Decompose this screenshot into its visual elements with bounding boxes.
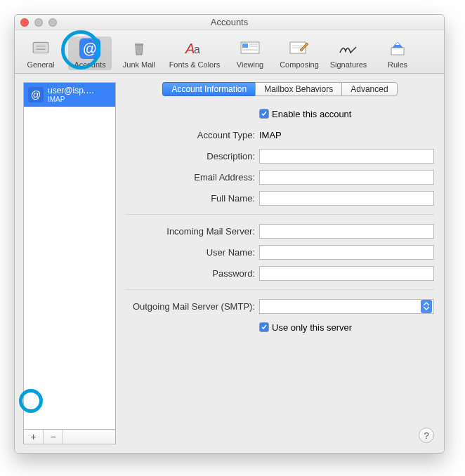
accounts-listbox[interactable]: @ user@isp.… IMAP (23, 82, 116, 429)
minimize-button[interactable] (34, 18, 43, 27)
toolbar-item-junk[interactable]: Junk Mail (117, 37, 161, 70)
form: Enable this account Account Type: IMAP D… (124, 105, 435, 444)
svg-rect-14 (391, 48, 404, 55)
toolbar-item-viewing[interactable]: Viewing (228, 37, 272, 70)
toolbar-item-signatures[interactable]: Signatures (327, 37, 370, 70)
signature-icon (336, 38, 360, 59)
enable-account-checkbox[interactable] (259, 109, 269, 119)
remove-account-button[interactable]: − (44, 430, 63, 444)
label: General (27, 60, 54, 69)
password-input[interactable] (259, 266, 434, 281)
outgoing-server-select[interactable] (259, 299, 434, 314)
toolbar-item-fonts[interactable]: Aa Fonts & Colors (166, 37, 223, 70)
fullname-label: Full Name: (126, 193, 259, 204)
label: Composing (280, 60, 319, 69)
account-row[interactable]: @ user@isp.… IMAP (24, 83, 115, 107)
tab-advanced[interactable]: Advanced (341, 82, 397, 96)
at-badge-icon: @ (28, 87, 44, 103)
help-button[interactable]: ? (419, 428, 434, 443)
accounts-list: @ user@isp.… IMAP + − (23, 82, 116, 444)
label: Fonts & Colors (169, 60, 221, 69)
preferences-window: Accounts General @ Accounts Junk Mail Aa (14, 14, 445, 454)
close-button[interactable] (20, 18, 29, 27)
label: Rules (388, 60, 407, 69)
zoom-button[interactable] (48, 18, 57, 27)
fullname-input[interactable] (259, 191, 434, 206)
account-type-label: Account Type: (126, 130, 259, 140)
toolbar-item-accounts[interactable]: @ Accounts (68, 37, 112, 70)
toolbar: General @ Accounts Junk Mail Aa Fonts & … (15, 30, 444, 74)
label: Junk Mail (123, 60, 155, 69)
use-only-server-checkbox[interactable] (259, 322, 269, 332)
incoming-label: Incoming Mail Server: (126, 226, 259, 237)
svg-rect-7 (242, 44, 248, 48)
select-arrows-icon (421, 300, 432, 313)
svg-rect-0 (33, 42, 48, 53)
incoming-input[interactable] (259, 224, 434, 239)
window-title: Accounts (15, 17, 444, 27)
tab-mailbox-behaviors[interactable]: Mailbox Behaviors (255, 82, 341, 96)
label: Accounts (74, 60, 105, 69)
trash-icon (127, 38, 151, 59)
svg-rect-3 (135, 44, 143, 45)
titlebar: Accounts (15, 15, 444, 30)
compose-icon (287, 38, 311, 59)
toolbar-item-general[interactable]: General (19, 37, 63, 70)
tab-group: Account Information Mailbox Behaviors Ad… (124, 82, 435, 96)
use-only-server-label: Use only this server (272, 322, 352, 333)
outgoing-label: Outgoing Mail Server (SMTP): (126, 301, 259, 312)
toolbar-item-composing[interactable]: Composing (277, 37, 321, 70)
enable-account-label: Enable this account (272, 109, 351, 119)
at-icon: @ (78, 38, 102, 59)
add-account-button[interactable]: + (24, 430, 44, 444)
account-detail-panel: Account Information Mailbox Behaviors Ad… (124, 82, 435, 444)
gear-icon (29, 38, 53, 59)
account-type-value: IMAP (259, 130, 282, 140)
email-label: Email Address: (126, 172, 259, 183)
rules-icon (386, 38, 410, 59)
account-type: IMAP (48, 95, 94, 103)
svg-text:a: a (194, 44, 200, 55)
fonts-icon: Aa (183, 38, 207, 59)
account-name: user@isp.… (48, 86, 94, 95)
username-label: User Name: (126, 247, 259, 258)
description-input[interactable] (259, 149, 434, 164)
toolbar-item-rules[interactable]: Rules (376, 37, 419, 70)
label: Viewing (237, 60, 263, 69)
email-input[interactable] (259, 170, 434, 185)
viewing-icon (238, 38, 262, 59)
username-input[interactable] (259, 245, 434, 260)
tab-account-information[interactable]: Account Information (162, 82, 255, 96)
label: Signatures (330, 60, 367, 69)
list-footer: + − (23, 429, 116, 444)
traffic-lights (20, 18, 57, 27)
content-area: @ user@isp.… IMAP + − Account Informatio… (15, 74, 444, 453)
description-label: Description: (126, 151, 259, 161)
password-label: Password: (126, 268, 259, 279)
